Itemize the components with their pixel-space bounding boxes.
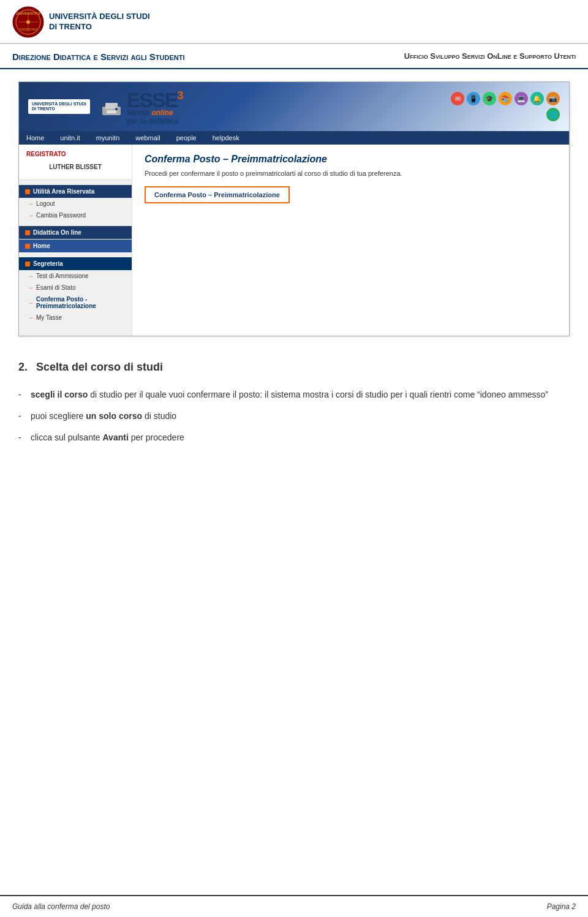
icon-teal: 🔔	[530, 92, 544, 105]
sidebar-link-tasse[interactable]: → My Tasse	[19, 312, 132, 323]
document-content: 2. Scelta del corso di studi - scegli il…	[0, 355, 588, 477]
esse3-content: Registrato LUTHER BLISSET Utilità Area R…	[19, 145, 569, 336]
bullet-text-3: clicca sul pulsante Avanti per procedere	[31, 431, 184, 444]
nav-webmail[interactable]: webmail	[128, 131, 167, 145]
page-footer: Guida alla conferma del posto Pagina 2	[0, 895, 588, 917]
bullet-text-2: puoi scegliere un solo corso di studio	[31, 410, 176, 423]
sidebar-link-test[interactable]: → Test di Ammissione	[19, 270, 132, 282]
page-header: UNIVERSITAS TRIDENTINA UNIVERSITÀ DEGLI …	[0, 0, 588, 44]
bullet-active-icon	[25, 230, 30, 235]
esse3-nav[interactable]: Home unitn.it myunitn webmail people hel…	[19, 131, 569, 145]
sidebar-section-utilities: Utilità Area Riservata → Logout → Cambia…	[19, 185, 132, 221]
esse3-icon-cluster: ✉ 📱 🎓 📚 💻 🔔 📷 🌐	[437, 92, 560, 121]
sidebar-section-didattica: Didattica On line Home	[19, 226, 132, 252]
bullet-dash-1: -	[18, 388, 31, 401]
svg-point-10	[115, 108, 118, 110]
sidebar-user-box: Registrato LUTHER BLISSET	[19, 145, 132, 180]
sidebar: Registrato LUTHER BLISSET Utilità Area R…	[19, 145, 132, 336]
esse3-text-block: ESSE 3 servizi online per la didattica	[127, 88, 184, 126]
esse3-logo-area: UNIVERSITÀ DEGLI STUDI DI TRENTO	[28, 99, 90, 115]
esse3-sup: 3	[177, 89, 183, 102]
logo-area: UNIVERSITAS TRIDENTINA UNIVERSITÀ DEGLI …	[12, 6, 150, 38]
nav-home[interactable]: Home	[19, 131, 51, 145]
section-title: Scelta del corso di studi	[36, 361, 163, 374]
sidebar-section-utilities-title: Utilità Area Riservata	[19, 185, 132, 198]
sidebar-user-name: LUTHER BLISSET	[26, 160, 124, 173]
icon-blue: 📱	[467, 92, 480, 105]
icon-purple: 💻	[514, 92, 528, 105]
arrow-icon-2: →	[28, 212, 34, 219]
section-number: 2.	[18, 361, 28, 374]
nav-helpdesk[interactable]: helpdesk	[205, 131, 247, 145]
title-right: Ufficio Sviluppo Servizi OnLine e Suppor…	[404, 51, 576, 61]
printer-icon	[99, 94, 124, 119]
icon-orange: 📚	[499, 92, 512, 105]
segreteria-bullet	[25, 262, 30, 266]
icon-red: ✉	[451, 92, 464, 105]
arrow-icon-3: →	[28, 273, 34, 279]
conferma-button[interactable]: Conferma Posto – Preimmatricolazione	[145, 186, 290, 203]
bullet-home-icon	[25, 244, 30, 249]
nav-unitn[interactable]: unitn.it	[53, 131, 87, 145]
svg-text:TRIDENTINA: TRIDENTINA	[19, 28, 38, 31]
nav-people[interactable]: people	[169, 131, 204, 145]
screenshot-container: UNIVERSITÀ DEGLI STUDI DI TRENTO ESSE 3 …	[18, 81, 570, 336]
sidebar-user-label: Registrato	[26, 151, 124, 157]
bullet-dash-2: -	[18, 410, 31, 423]
arrow-icon-4: →	[28, 284, 34, 291]
university-emblem: UNIVERSITAS TRIDENTINA	[12, 6, 44, 38]
logo-text: UNIVERSITÀ DEGLI STUDI DI TRENTO	[49, 12, 150, 32]
main-description: Procedi per confermare il posto o preimm…	[145, 170, 557, 177]
title-bar: Direzione Didattica e Servizi agli Stude…	[0, 44, 588, 69]
main-panel: Conferma Posto – Preimmatricolazione Pro…	[132, 145, 569, 336]
sidebar-didattica-online[interactable]: Didattica On line	[19, 226, 132, 239]
sidebar-section-segreteria: Segreteria → Test di Ammissione → Esami …	[19, 257, 132, 323]
main-title: Conferma Posto – Preimmatricolazione	[145, 154, 557, 165]
sidebar-home-link[interactable]: Home	[19, 240, 132, 252]
icon-green: 🎓	[483, 92, 496, 105]
sidebar-segreteria-title: Segreteria	[19, 257, 132, 270]
title-left: Direzione Didattica e Servizi agli Stude…	[12, 51, 185, 62]
section-heading: 2. Scelta del corso di studi	[18, 355, 570, 379]
sidebar-link-password[interactable]: → Cambia Password	[19, 209, 132, 221]
svg-rect-9	[107, 110, 116, 113]
arrow-icon-6: →	[28, 314, 34, 321]
bullet-dash-3: -	[18, 431, 31, 444]
bullet-text-1: scegli il corso di studio per il quale v…	[31, 388, 548, 401]
esse3-uni-logo: UNIVERSITÀ DEGLI STUDI DI TRENTO	[28, 99, 90, 115]
section-bullet	[25, 189, 30, 194]
esse3-subtext1: servizi online	[127, 108, 173, 117]
arrow-icon-5: →	[28, 300, 34, 306]
esse3-subtext2: per la didattica	[127, 117, 179, 126]
icon-green2: 🌐	[546, 108, 560, 121]
arrow-icon: →	[28, 200, 34, 207]
nav-myunitn[interactable]: myunitn	[89, 131, 127, 145]
sidebar-link-esami[interactable]: → Esami di Stato	[19, 282, 132, 293]
esse3-banner: UNIVERSITÀ DEGLI STUDI DI TRENTO ESSE 3 …	[19, 82, 569, 131]
sidebar-link-conferma[interactable]: → Conferma Posto - Preimmatricolazione	[19, 293, 132, 312]
bullet-item-2: - puoi scegliere un solo corso di studio	[18, 410, 570, 423]
sidebar-link-logout[interactable]: → Logout	[19, 198, 132, 209]
footer-guide-text: Guida alla conferma del posto	[12, 902, 110, 911]
bullet-item-1: - scegli il corso di studio per il quale…	[18, 388, 570, 401]
footer-page-number: Pagina 2	[547, 902, 576, 911]
icon-orange2: 📷	[546, 92, 560, 105]
bullet-item-3: - clicca sul pulsante Avanti per procede…	[18, 431, 570, 444]
